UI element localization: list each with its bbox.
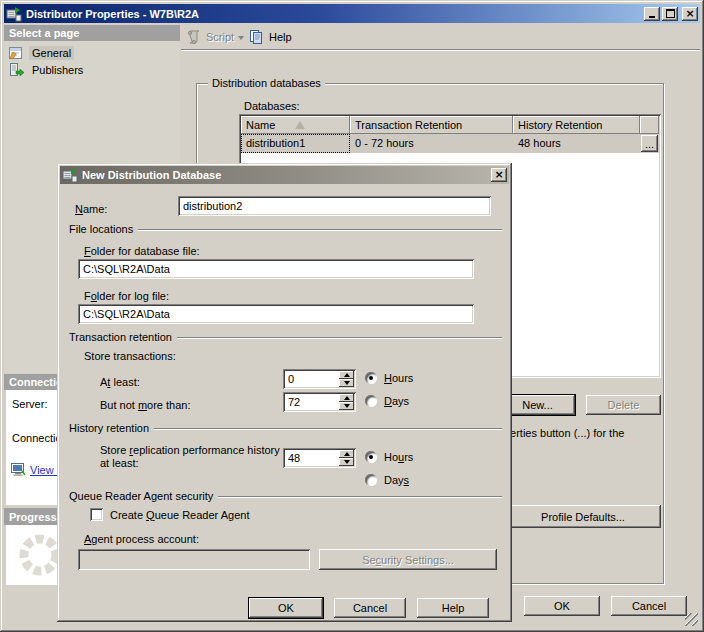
close-button[interactable]: ×	[682, 7, 698, 21]
name-input[interactable]: distribution2	[178, 196, 491, 216]
label-text: Day	[384, 474, 404, 486]
arrow-up-icon	[344, 393, 350, 400]
checkbox-label: Create Queue Reader Agent	[110, 509, 249, 521]
history-value[interactable]: 48	[283, 448, 339, 468]
queue-reader-header: Queue Reader Agent security	[69, 490, 213, 502]
dialog-cancel-button[interactable]: Cancel	[334, 598, 406, 618]
history-days-radio[interactable]: Days	[365, 474, 409, 486]
spinner-down-button[interactable]	[339, 402, 354, 410]
sort-ascending-icon	[295, 121, 305, 129]
transaction-hours-radio[interactable]: Hours	[365, 372, 413, 384]
folder-database-input[interactable]: C:\SQL\R2A\Data	[78, 259, 474, 279]
transaction-days-radio[interactable]: Days	[365, 395, 409, 407]
maximize-button[interactable]	[662, 7, 678, 21]
at-least-value[interactable]: 0	[283, 369, 339, 389]
radio-label: Days	[384, 474, 409, 486]
label-text: rs	[404, 451, 413, 463]
but-not-more-value[interactable]: 72	[283, 392, 339, 412]
script-icon	[186, 29, 202, 45]
history-spinner[interactable]: 48	[283, 448, 356, 468]
radio-icon	[365, 474, 377, 486]
separator-line	[177, 337, 502, 338]
history-retention-separator: History retention	[69, 422, 502, 434]
progress-spinner-icon	[18, 533, 62, 577]
but-not-more-label: But not more than:	[100, 399, 191, 411]
column-header-label: History Retention	[518, 119, 602, 131]
column-header-history-retention[interactable]: History Retention	[513, 116, 640, 134]
label-text: lder for log file:	[97, 290, 169, 302]
sidebar-item-general[interactable]: General	[8, 44, 74, 61]
label-text: Ho	[384, 451, 398, 463]
close-icon: ×	[685, 9, 694, 19]
row-properties-button[interactable]: ...	[641, 135, 658, 152]
create-queue-checkbox[interactable]: Create Queue Reader Agent	[90, 508, 249, 521]
folder-log-label: Folder for log file:	[84, 290, 169, 302]
radio-label: Hours	[384, 451, 413, 463]
at-least-label: At least:	[100, 376, 140, 388]
main-ok-button[interactable]: OK	[524, 596, 600, 616]
folder-database-label: Folder for database file:	[84, 245, 200, 257]
column-header-transaction-retention[interactable]: Transaction Retention	[350, 116, 513, 134]
label-accel: s	[404, 474, 410, 486]
history-hours-radio[interactable]: Hours	[365, 451, 413, 463]
dialog-close-button[interactable]: ×	[491, 168, 507, 182]
radio-selected-icon	[365, 372, 377, 384]
label-text: urity Settings...	[381, 554, 454, 566]
publishers-icon	[8, 62, 24, 78]
queue-reader-separator: Queue Reader Agent security	[69, 490, 502, 502]
resize-grip[interactable]	[685, 613, 698, 626]
label-accel: Q	[146, 509, 155, 521]
label-accel: D	[384, 395, 392, 407]
script-dropdown-icon	[238, 36, 244, 43]
label-text: But not	[100, 399, 138, 411]
store-transactions-label: Store transactions:	[84, 350, 176, 362]
spinner-down-button[interactable]	[339, 379, 354, 387]
script-button[interactable]: Script	[186, 28, 244, 46]
minimize-button[interactable]	[644, 7, 660, 21]
table-row[interactable]: distribution1 0 - 72 hours 48 hours ...	[241, 134, 659, 153]
main-cancel-button[interactable]: Cancel	[611, 596, 687, 616]
agent-account-input[interactable]	[78, 549, 310, 570]
dialog-help-button[interactable]: Help	[417, 598, 489, 618]
label-text: older for database file:	[91, 245, 200, 257]
folder-log-input[interactable]: C:\SQL\R2A\Data	[78, 304, 474, 324]
label-accel: F	[84, 245, 91, 257]
profile-defaults-button[interactable]: Profile Defaults...	[505, 505, 661, 528]
arrow-up-icon	[344, 370, 350, 377]
history-retention-header: History retention	[69, 422, 149, 434]
column-header-properties	[640, 116, 659, 134]
column-header-label: Transaction Retention	[355, 119, 462, 131]
table-header-row: Name Transaction Retention History Reten…	[241, 116, 659, 134]
help-button[interactable]: Help	[248, 28, 292, 46]
cell-properties: ...	[640, 134, 659, 153]
select-page-header: Select a page	[4, 25, 180, 41]
label-accel: H	[384, 372, 392, 384]
file-locations-header: File locations	[69, 223, 133, 235]
group-title: Distribution databases	[208, 77, 325, 89]
separator-line	[154, 428, 502, 429]
general-page-icon	[8, 45, 24, 61]
help-label: Help	[269, 31, 292, 43]
delete-button[interactable]: Delete	[586, 395, 661, 415]
script-label: Script	[206, 31, 234, 43]
separator-line	[138, 229, 502, 230]
dialog-titlebar: New Distribution Database ×	[60, 166, 509, 184]
spinner-up-button[interactable]	[339, 450, 354, 458]
radio-selected-icon	[365, 451, 377, 463]
column-header-name[interactable]: Name	[241, 116, 350, 134]
checkbox-unchecked-icon	[90, 508, 103, 521]
at-least-spinner[interactable]: 0	[283, 369, 356, 389]
label-accel: m	[138, 399, 147, 411]
computer-icon	[10, 462, 26, 476]
spinner-up-button[interactable]	[339, 371, 354, 379]
but-not-more-spinner[interactable]: 72	[283, 392, 356, 412]
dialog-ok-button[interactable]: OK	[249, 598, 323, 618]
history-label: Store replication performance history at…	[100, 444, 280, 470]
label-accel: N	[75, 203, 83, 215]
security-settings-button[interactable]: Security Settings...	[319, 549, 497, 570]
label-text: gent process account:	[91, 533, 199, 545]
spinner-up-button[interactable]	[339, 394, 354, 402]
sidebar-item-publishers[interactable]: Publishers	[8, 61, 86, 78]
spinner-down-button[interactable]	[339, 458, 354, 466]
radio-label: Hours	[384, 372, 413, 384]
